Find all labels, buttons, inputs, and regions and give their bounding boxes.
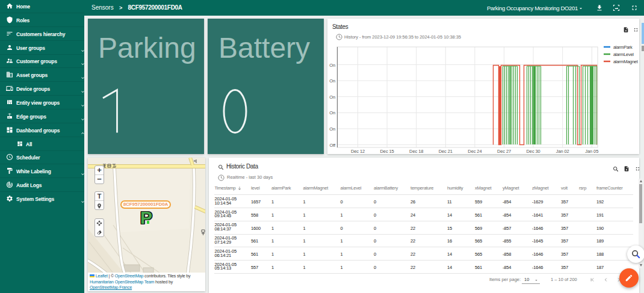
svg-text:alarmLevel: alarmLevel [613,52,634,57]
svg-text:Dec 15: Dec 15 [380,149,394,154]
svg-text:On: On [329,94,335,100]
svg-text:Off: Off [329,143,336,148]
svg-text:alarmPark: alarmPark [613,45,633,50]
svg-text:On: On [329,126,335,132]
svg-text:Dec 18: Dec 18 [409,149,423,154]
svg-text:Dec 30: Dec 30 [527,149,540,154]
svg-text:On: On [329,78,335,84]
svg-text:Dec 24: Dec 24 [468,149,481,154]
svg-text:Jan 05: Jan 05 [585,149,598,154]
svg-text:On: On [329,110,335,116]
svg-text:On: On [329,63,335,68]
svg-text:Dec 21: Dec 21 [439,149,453,154]
svg-text:Dec 12: Dec 12 [351,149,365,154]
svg-text:Dec 27: Dec 27 [497,149,511,154]
svg-text:Jan 02: Jan 02 [556,149,569,154]
svg-text:alarmMagnet: alarmMagnet [613,59,639,64]
